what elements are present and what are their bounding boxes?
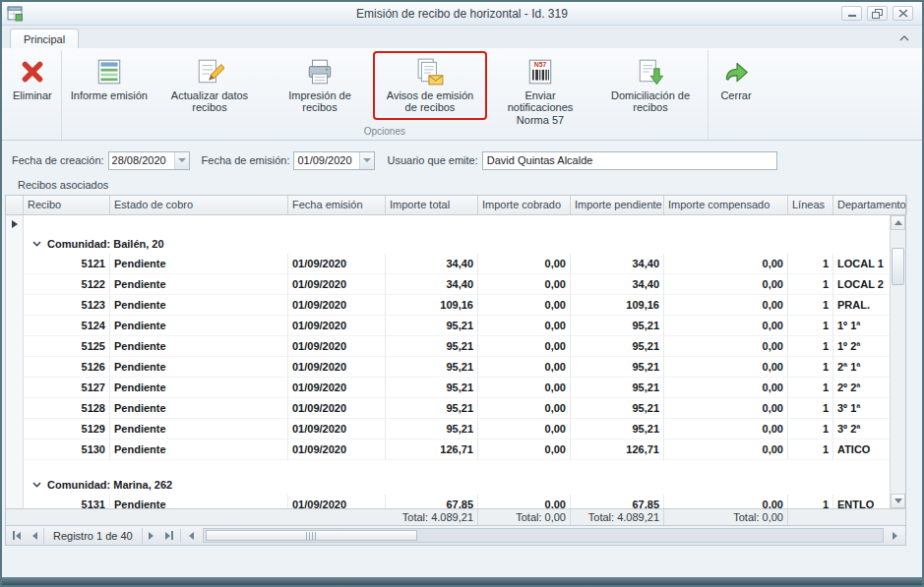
table-row[interactable]: 5129Pendiente01/09/202095,210,0095,210,0… — [6, 419, 905, 440]
table-row[interactable]: 5127Pendiente01/09/202095,210,0095,210,0… — [6, 378, 905, 398]
cell-importe-total: 126,71 — [386, 440, 478, 460]
ribbon-group-buttons: Informe emisiónActualizar datos recibosI… — [64, 50, 706, 125]
triangle-left-icon — [32, 532, 37, 540]
chevron-down-icon — [363, 158, 371, 162]
horizontal-scrollbar[interactable] — [203, 528, 884, 543]
cell-lineas: 1 — [788, 295, 833, 316]
creation-date-dropdown-button[interactable] — [174, 152, 189, 169]
cell-estado-de-cobro: Pendiente — [110, 440, 288, 460]
cell-fecha-emision: 01/09/2020 — [288, 419, 386, 440]
column-header-recibo[interactable]: Recibo — [24, 196, 110, 214]
row-indicator-cell — [6, 474, 24, 495]
cell-importe-total: 109,16 — [386, 295, 478, 316]
ribbon-toolbar: EliminarInforme emisiónActualizar datos … — [2, 48, 922, 141]
cell-fecha-emision: 01/09/2020 — [288, 495, 386, 508]
column-header-importe-pendiente[interactable]: Importe pendiente — [571, 196, 664, 214]
group-expand-icon[interactable] — [32, 241, 41, 247]
restore-button[interactable] — [867, 6, 888, 21]
column-header-lineas[interactable]: Líneas — [788, 196, 833, 214]
vertical-scrollbar-thumb[interactable] — [892, 248, 904, 285]
table-row[interactable]: 5124Pendiente01/09/202095,210,0095,210,0… — [6, 316, 905, 336]
toolbar-button-label: Enviar notificaciones Norma 57 — [492, 89, 588, 126]
scroll-left-button[interactable] — [183, 528, 201, 544]
triangle-right-icon — [165, 532, 170, 540]
cell-lineas: 1 — [788, 357, 833, 378]
cell-importe-total: 34,40 — [386, 274, 478, 295]
cell-importe-total: 67,85 — [386, 495, 478, 508]
toolbar-button-actualizar-datos-recibos[interactable]: Actualizar datos recibos — [154, 53, 265, 118]
close-button[interactable] — [893, 6, 913, 21]
emission-date-input[interactable] — [294, 152, 359, 169]
creation-date-input[interactable] — [109, 152, 174, 169]
cell-importe-pendiente: 95,21 — [571, 316, 664, 336]
table-row[interactable]: 5131Pendiente01/09/202067,850,0067,850,0… — [6, 495, 905, 508]
emission-form: Fecha de creación: Fecha de emisión: Usu… — [12, 150, 777, 170]
cell-estado-de-cobro: Pendiente — [110, 336, 288, 357]
table-row[interactable]: 5122Pendiente01/09/202034,400,0034,400,0… — [6, 274, 905, 295]
table-row[interactable]: 5128Pendiente01/09/202095,210,0095,210,0… — [6, 398, 905, 419]
table-row[interactable]: 5126Pendiente01/09/202095,210,0095,210,0… — [6, 357, 905, 378]
minimize-button[interactable] — [841, 6, 862, 21]
first-record-button[interactable] — [8, 528, 26, 544]
toolbar-button-cerrar[interactable]: Cerrar — [710, 53, 762, 118]
table-row[interactable]: 5121Pendiente01/09/202034,400,0034,400,0… — [6, 254, 905, 274]
vertical-scrollbar[interactable] — [890, 215, 905, 508]
toolbar-button-domiciliacion-de-recibos[interactable]: Domiciliación de recibos — [595, 53, 706, 118]
window-title: Emisión de recibo de horizontal - Id. 31… — [2, 7, 922, 21]
group-row-comunidad-marina-262[interactable]: Comunidad: Marina, 262 — [6, 474, 905, 495]
cell-importe-cobrado: 0,00 — [478, 316, 571, 336]
toolbar-button-eliminar[interactable]: Eliminar — [6, 53, 59, 118]
column-header-importe-total[interactable]: Importe total — [386, 196, 478, 214]
emission-date-dropdown-button[interactable] — [359, 152, 374, 169]
scroll-up-button[interactable] — [891, 215, 905, 230]
cell-importe-pendiente: 109,16 — [571, 295, 664, 316]
table-row[interactable]: 5130Pendiente01/09/2020126,710,00126,710… — [6, 440, 905, 460]
toolbar-button-impresion-de-recibos[interactable]: Impresión de recibos — [265, 53, 375, 118]
cell-recibo: 5128 — [24, 398, 110, 419]
title-bar: Emisión de recibo de horizontal - Id. 31… — [2, 2, 922, 26]
cell-importe-total: 34,40 — [386, 254, 478, 274]
column-header-importe-compensado[interactable]: Importe compensado — [664, 196, 788, 214]
cell-fecha-emision: 01/09/2020 — [288, 357, 386, 378]
associated-receipts-label: Recibos asociados — [18, 179, 108, 191]
cell-importe-total: 95,21 — [386, 378, 478, 398]
horizontal-scrollbar-thumb[interactable] — [206, 530, 417, 541]
next-record-button[interactable] — [143, 528, 160, 544]
window-system-icon[interactable] — [7, 5, 24, 22]
table-row[interactable]: 5123Pendiente01/09/2020109,160,00109,160… — [6, 295, 905, 316]
scroll-down-button[interactable] — [891, 494, 905, 508]
previous-record-button[interactable] — [26, 528, 43, 544]
column-header-estado-de-cobro[interactable]: Estado de cobro — [110, 196, 288, 214]
toolbar-button-enviar-notificaciones-norma-57[interactable]: N57Enviar notificaciones Norma 57 — [485, 53, 595, 118]
last-record-button[interactable] — [160, 528, 178, 544]
toolbar-button-avisos-de-emision-de-recibos[interactable]: Avisos de emisión de recibos — [375, 53, 485, 118]
column-header-departamento[interactable]: Departamento — [833, 196, 907, 214]
cell-recibo: 5129 — [24, 419, 110, 440]
cell-estado-de-cobro: Pendiente — [110, 495, 288, 508]
cell-lineas: 1 — [788, 316, 833, 336]
cell-importe-pendiente: 95,21 — [571, 378, 664, 398]
collapse-ribbon-button[interactable] — [895, 30, 913, 45]
emitting-user-input[interactable] — [482, 151, 777, 170]
cell-estado-de-cobro: Pendiente — [110, 254, 288, 274]
navigator-separator — [180, 529, 181, 543]
update-receipts-icon — [195, 57, 224, 87]
group-row-comunidad-bailen-20[interactable]: Comunidad: Bailén, 20 — [6, 233, 905, 254]
window-controls — [841, 6, 922, 21]
group-expand-icon[interactable] — [32, 482, 41, 488]
cell-recibo: 5125 — [24, 336, 110, 357]
cell-fecha-emision: 01/09/2020 — [288, 398, 386, 419]
toolbar-button-informe-emision[interactable]: Informe emisión — [64, 53, 154, 118]
current-row-indicator-icon — [12, 220, 18, 228]
table-row[interactable]: 5125Pendiente01/09/202095,210,0095,210,0… — [6, 336, 905, 357]
column-header-importe-cobrado[interactable]: Importe cobrado — [478, 196, 571, 214]
record-counter: Registro 1 de 40 — [43, 528, 143, 544]
cell-lineas: 1 — [788, 254, 833, 274]
ribbon-tab-row: Principal — [2, 26, 922, 48]
tab-principal[interactable]: Principal — [10, 29, 79, 48]
cell-recibo: 5130 — [24, 440, 110, 460]
grid-spacer-row — [6, 215, 905, 233]
row-indicator-cell — [6, 419, 24, 440]
scroll-right-button[interactable] — [886, 528, 903, 544]
column-header-fecha-emision[interactable]: Fecha emisión — [288, 196, 386, 214]
